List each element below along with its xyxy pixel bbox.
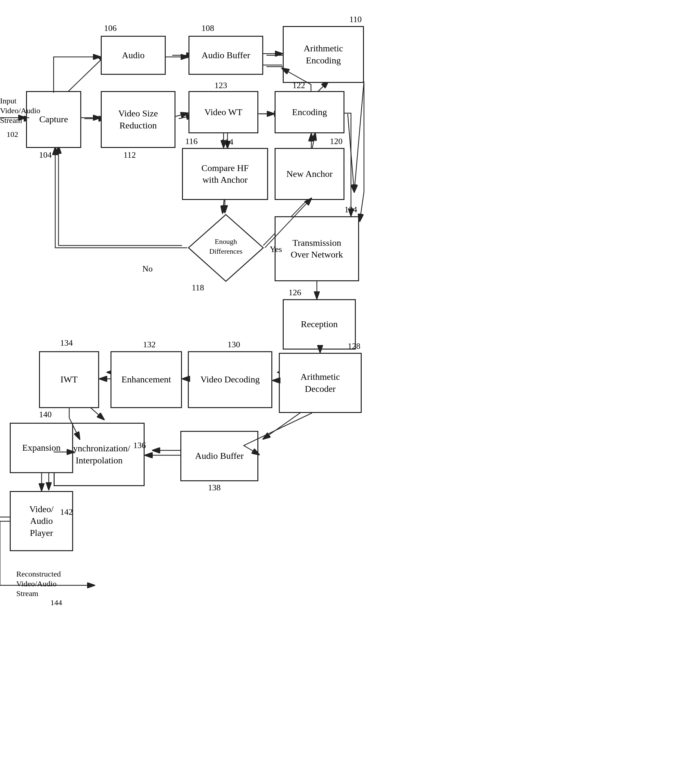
transmission-ref: 124 (345, 205, 357, 214)
arithmetic-encoding-box: Arithmetic Encoding (283, 26, 364, 83)
transmission-box: Transmission Over Network (274, 216, 359, 281)
audio-buffer2-ref: 138 (208, 483, 220, 493)
capture-ref: 104 (39, 150, 52, 160)
video-size-reduction-ref: 112 (124, 150, 136, 160)
audio-buffer2-box: Audio Buffer (180, 431, 258, 481)
arithmetic-encoding-ref: 110 (350, 15, 362, 25)
svg-line-11 (222, 198, 224, 213)
arithmetic-encoding-label: Arithmetic Encoding (304, 43, 343, 66)
audio-ref: 106 (104, 23, 117, 33)
audio-buffer-ref: 108 (201, 23, 214, 33)
audio-buffer2-label: Audio Buffer (195, 450, 244, 462)
audio-label: Audio (122, 49, 145, 61)
video-size-reduction-box: Video Size Reduction (101, 91, 175, 148)
video-wt-label: Video WT (204, 106, 242, 118)
audio-box: Audio (101, 36, 166, 75)
audio-buffer-label: Audio Buffer (201, 49, 250, 61)
svg-text:Differences: Differences (209, 247, 242, 255)
arithmetic-decoder-box: Arithmetic Decoder (279, 353, 362, 413)
video-audio-player-label: Video/ Audio Player (29, 503, 54, 539)
svg-line-17 (354, 81, 364, 192)
arithmetic-decoder-label: Arithmetic Decoder (301, 371, 340, 395)
encoding-ref: 122 (292, 81, 305, 90)
yes-label: Yes (270, 244, 282, 255)
input-stream-ref: 102 (7, 130, 18, 139)
svg-line-15 (312, 133, 315, 150)
enough-diff-ref: 118 (192, 283, 204, 293)
sync-interp-label: Synchronization/ Interpolation (68, 443, 130, 466)
transmission-label: Transmission Over Network (291, 237, 343, 261)
video-wt-box: Video WT (188, 91, 258, 133)
svg-line-16 (348, 114, 354, 192)
reconstructed-label: ReconstructedVideo/AudioStream (16, 569, 94, 598)
capture-label: Capture (39, 113, 68, 125)
compare-hf-label: Compare HF with Anchor (201, 162, 248, 186)
diagram: Audio 106 Audio Buffer 108 Arithmetic En… (0, 0, 686, 784)
video-size-reduction-label: Video Size Reduction (118, 108, 158, 131)
video-decoding-label: Video Decoding (201, 374, 260, 385)
iwt-ref: 134 (60, 338, 73, 348)
reconstructed-ref: 144 (51, 598, 62, 607)
reception-ref: 126 (289, 288, 301, 298)
audio-buffer-box: Audio Buffer (188, 36, 263, 75)
arithmetic-decoder-ref: 128 (348, 341, 360, 351)
encoding-label: Encoding (292, 106, 327, 118)
enhancement-box: Enhancement (111, 351, 182, 408)
compare-hf-box: Compare HF with Anchor (182, 148, 268, 200)
capture-box: Capture (26, 91, 81, 148)
svg-text:Enough: Enough (215, 237, 237, 246)
enhancement-label: Enhancement (121, 374, 171, 385)
new-anchor-box: New Anchor (274, 148, 345, 200)
video-audio-player-ref: 142 (60, 507, 73, 517)
video-decoding-ref: 130 (227, 340, 240, 350)
input-stream-label: InputVideo/AudioStream (0, 96, 29, 125)
expansion-ref: 140 (39, 410, 52, 419)
sync-interp-ref: 136 (133, 440, 146, 450)
new-anchor-ref: 120 (330, 137, 343, 146)
iwt-label: IWT (60, 374, 78, 385)
video-decoding-box: Video Decoding (188, 351, 272, 408)
ref-114: 114 (221, 137, 234, 147)
expansion-box: Expansion (10, 423, 73, 473)
no-label: No (142, 264, 153, 275)
reception-box: Reception (283, 299, 356, 350)
encoding-box: Encoding (274, 91, 345, 133)
video-wt-ref: 123 (214, 81, 227, 90)
compare-hf-ref: 116 (185, 137, 198, 146)
video-audio-player-box: Video/ Audio Player (10, 491, 73, 551)
iwt-box: IWT (39, 351, 99, 408)
expansion-label: Expansion (22, 442, 60, 453)
reception-label: Reception (301, 318, 338, 330)
enhancement-ref: 132 (143, 340, 156, 350)
new-anchor-label: New Anchor (286, 168, 332, 180)
enough-differences-diamond: Enough Differences (187, 213, 265, 283)
